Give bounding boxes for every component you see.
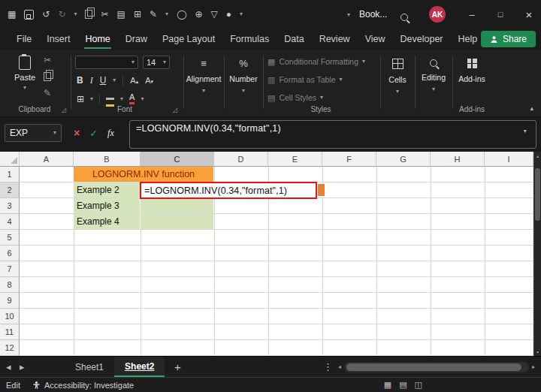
dialog-launcher-icon[interactable]: ◿ <box>173 107 177 113</box>
page-break-view-icon[interactable]: ◫ <box>415 380 422 390</box>
column-header-g[interactable]: G <box>376 152 431 167</box>
tab-review[interactable]: Review <box>312 29 358 50</box>
chevron-down-icon[interactable]: ▾ <box>240 11 243 17</box>
number-group-button[interactable]: % Number ▾ <box>225 50 261 113</box>
scroll-left-icon[interactable]: ◂ <box>338 363 341 370</box>
chevron-down-icon[interactable]: ▾ <box>74 11 77 17</box>
tab-file[interactable]: File <box>9 29 39 50</box>
dialog-launcher-icon[interactable]: ◿ <box>62 107 66 113</box>
maximize-button[interactable]: □ <box>488 0 512 29</box>
chevron-down-icon[interactable]: ▾ <box>120 96 123 102</box>
row-header-1[interactable]: 1 <box>0 167 20 182</box>
tab-help[interactable]: Help <box>451 29 485 50</box>
row-header-9[interactable]: 9 <box>0 293 20 309</box>
tab-formulas[interactable]: Formulas <box>222 29 277 50</box>
column-header-f[interactable]: F <box>322 152 376 167</box>
row-header-6[interactable]: 6 <box>0 246 20 261</box>
row-header-7[interactable]: 7 <box>0 261 20 277</box>
app-launcher-icon[interactable]: ▦ <box>8 10 16 19</box>
add-sheet-button[interactable]: + <box>174 357 181 377</box>
chevron-down-icon[interactable]: ▾ <box>141 96 144 102</box>
row-header-12[interactable]: 12 <box>0 340 20 356</box>
font-size-select[interactable]: 14 ▾ <box>143 56 170 69</box>
horizontal-scrollbar[interactable]: ◂ ▸ <box>338 360 535 373</box>
tab-page-layout[interactable]: Page Layout <box>155 29 222 50</box>
scroll-right-icon[interactable]: ▸ <box>532 363 535 370</box>
shrink-font-icon[interactable]: A▾ <box>145 77 153 85</box>
enter-icon[interactable]: ✓ <box>89 128 98 139</box>
column-header-h[interactable]: H <box>431 152 485 167</box>
expand-formula-bar-icon[interactable]: ▾ <box>524 128 527 134</box>
column-header-c[interactable]: C <box>141 152 214 167</box>
account-avatar[interactable]: AK <box>429 6 446 23</box>
normal-view-icon[interactable]: ▦ <box>384 380 391 390</box>
horizontal-scroll-thumb[interactable] <box>346 363 521 371</box>
shape-icon[interactable]: ◯ <box>177 10 186 19</box>
column-header-i[interactable]: I <box>485 152 533 167</box>
share-button[interactable]: Share <box>481 31 536 47</box>
picture-icon[interactable]: ▤ <box>117 10 125 19</box>
record-icon[interactable]: ● <box>226 10 231 19</box>
next-sheet-icon[interactable]: ▸ <box>20 357 25 377</box>
italic-button[interactable]: I <box>90 76 93 85</box>
cell-styles-button[interactable]: ▤ Cell Styles ▾ <box>267 93 323 102</box>
cell-b1-title[interactable]: LOGNORM.INV function <box>74 167 213 182</box>
row-header-5[interactable]: 5 <box>0 230 20 246</box>
cells-group-button[interactable]: Cells ▾ <box>382 50 413 113</box>
column-header-e[interactable]: E <box>268 152 322 167</box>
chevron-down-icon[interactable]: ▾ <box>165 11 168 17</box>
sheet-options-icon[interactable]: ⋮ <box>323 357 333 377</box>
format-as-table-button[interactable]: ▥ Format as Table ▾ <box>267 75 343 84</box>
font-color-icon[interactable]: A <box>129 93 134 104</box>
horizontal-scroll-track[interactable] <box>344 362 529 372</box>
vertical-scrollbar[interactable]: ▴ ▾ <box>533 152 541 356</box>
row-header-8[interactable]: 8 <box>0 277 20 293</box>
table-icon[interactable]: ⊞ <box>134 10 141 19</box>
copy-icon[interactable] <box>44 72 51 81</box>
cell-b3[interactable]: Example 3 <box>74 198 140 213</box>
fill-handle[interactable] <box>318 184 325 196</box>
cut-icon[interactable]: ✂ <box>101 10 108 19</box>
paste-button[interactable]: Paste ▾ <box>11 56 39 91</box>
worksheet-grid[interactable]: A B C D E F G H I 1 2 3 4 5 6 7 8 9 10 1… <box>0 152 533 356</box>
name-box[interactable]: EXP ▾ <box>5 124 62 142</box>
cell-b2[interactable]: Example 2 <box>74 182 140 198</box>
insert-function-button[interactable]: fx <box>107 128 114 139</box>
borders-icon[interactable]: ⊞ <box>77 95 84 104</box>
format-painter-icon[interactable]: ✎ <box>44 89 51 98</box>
select-all-button[interactable] <box>0 152 20 167</box>
row-header-2[interactable]: 2 <box>0 182 20 198</box>
accessibility-status[interactable]: Accessibility: Investigate <box>32 381 134 390</box>
column-header-b[interactable]: B <box>74 152 141 167</box>
font-name-select[interactable]: ▾ <box>75 56 138 69</box>
column-header-d[interactable]: D <box>214 152 268 167</box>
tab-draw[interactable]: Draw <box>118 29 155 50</box>
fill-color-icon[interactable] <box>106 98 114 100</box>
column-header-a[interactable]: A <box>20 152 74 167</box>
formula-input[interactable]: =LOGNORM.INV(0.34,"format",1) ▾ <box>129 120 536 149</box>
redo-icon[interactable]: ↻ <box>58 10 65 19</box>
draw-icon[interactable]: ✎ <box>150 10 157 19</box>
addins-button[interactable]: Add-ins <box>454 50 490 113</box>
tab-home[interactable]: Home <box>77 29 117 50</box>
cancel-icon[interactable]: × <box>74 127 80 139</box>
alignment-group-button[interactable]: ≡ Alignment ▾ <box>185 50 222 113</box>
document-title[interactable]: Book... <box>359 9 387 20</box>
zoom-icon[interactable]: ⊕ <box>195 10 202 19</box>
collapse-ribbon-chevron-icon[interactable]: ▴ <box>530 104 533 112</box>
cell-b4[interactable]: Example 4 <box>74 214 140 229</box>
cell-area[interactable]: LOGNORM.INV function Example 2 Example 3… <box>20 167 533 356</box>
scroll-down-icon[interactable]: ▾ <box>534 349 541 354</box>
grow-font-icon[interactable]: A▴ <box>130 77 138 85</box>
row-header-10[interactable]: 10 <box>0 309 20 324</box>
undo-icon[interactable]: ↺ <box>42 10 50 19</box>
tab-developer[interactable]: Developer <box>393 29 451 50</box>
page-layout-view-icon[interactable]: ▤ <box>399 380 407 390</box>
filter-icon[interactable]: ▽ <box>211 10 218 19</box>
save-icon[interactable] <box>24 10 34 20</box>
close-button[interactable]: × <box>517 0 541 29</box>
tab-insert[interactable]: Insert <box>39 29 77 50</box>
cut-icon[interactable]: ✂ <box>44 56 51 65</box>
tab-data[interactable]: Data <box>277 29 311 50</box>
row-header-11[interactable]: 11 <box>0 324 20 340</box>
